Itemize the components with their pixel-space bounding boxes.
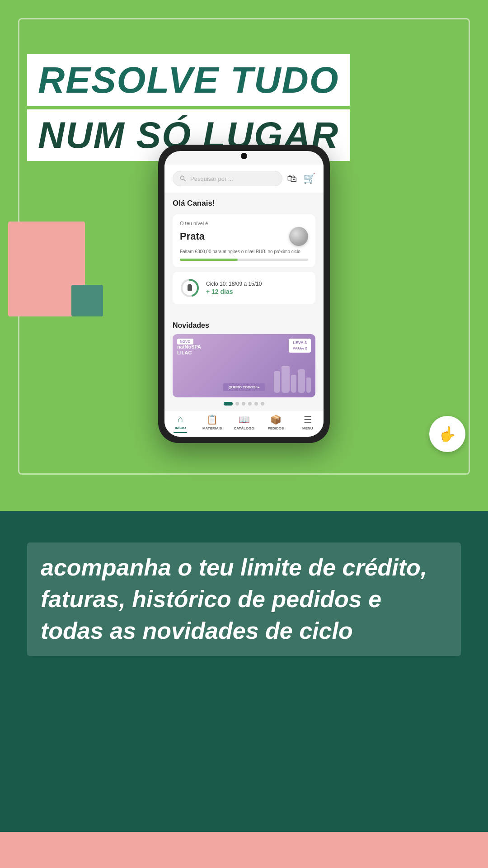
progress-bar — [180, 259, 308, 261]
nav-inicio[interactable]: ⌂ INÍCIO — [164, 414, 196, 433]
cycle-card: Ciclo 10: 18/09 a 15/10 + 12 dias — [173, 272, 315, 304]
nav-menu[interactable]: ☰ MENU — [292, 414, 324, 433]
novidades-section: Novidades NOVO natNoSPA LILAC LEVA 3PAGA… — [164, 315, 324, 410]
svg-line-1 — [184, 179, 186, 181]
cycle-days: + 12 dias — [206, 288, 308, 295]
nav-inicio-label: INÍCIO — [175, 426, 186, 430]
promo-banner[interactable]: NOVO natNoSPA LILAC LEVA 3PAGA 2 — [173, 334, 315, 397]
level-label: O teu nível é — [180, 221, 308, 226]
phone-notch — [241, 153, 247, 159]
promo-leva-badge: LEVA 3PAGA 2 — [289, 339, 311, 353]
search-placeholder: Pesquisar por ... — [190, 175, 233, 182]
click-cursor: 👆 — [429, 416, 465, 452]
wishlist-icon[interactable]: 🛍 — [287, 173, 297, 184]
home-icon: ⌂ — [178, 414, 183, 425]
teal-decoration — [71, 285, 103, 316]
headline-line1: RESOLVE TUDO — [38, 59, 339, 100]
menu-icon: ☰ — [304, 414, 312, 425]
dot-3[interactable] — [242, 402, 245, 406]
novidades-title: Novidades — [173, 321, 315, 330]
promo-brand: natNoSPA LILAC — [177, 344, 201, 356]
product-bottles — [274, 366, 311, 393]
nav-materiais[interactable]: 📋 MATERIAIS — [196, 414, 228, 433]
level-name: Prata — [180, 231, 205, 242]
app-search-bar: Pesquisar por ... 🛍 🛒 — [164, 165, 324, 193]
dot-4[interactable] — [248, 402, 252, 406]
level-badge-icon — [289, 227, 308, 246]
nav-pedidos[interactable]: 📦 PEDIDOS — [260, 414, 291, 433]
level-card: O teu nível é Prata Faltam €300,00 para … — [173, 214, 315, 267]
svg-rect-5 — [188, 284, 191, 286]
cycle-info: Ciclo 10: 18/09 a 15/10 + 12 dias — [206, 281, 308, 295]
cycle-dates: Ciclo 10: 18/09 a 15/10 — [206, 281, 308, 287]
dot-1[interactable] — [224, 402, 233, 406]
bottom-pink-accent — [0, 832, 488, 868]
cycle-icon — [180, 278, 200, 298]
nav-materiais-label: MATERIAIS — [202, 426, 222, 430]
nav-underline — [174, 432, 187, 433]
caption-text: acompanha o teu limite de crédito, fatur… — [41, 552, 447, 647]
cart-icon[interactable]: 🛒 — [303, 173, 315, 184]
bottom-section: acompanha o teu limite de crédito, fatur… — [0, 511, 488, 868]
bottom-navigation: ⌂ INÍCIO 📋 MATERIAIS 📖 CATÁLOGO 📦 — [164, 410, 324, 437]
header-icons: 🛍 🛒 — [287, 173, 315, 184]
search-icon — [179, 175, 187, 182]
caption-box: acompanha o teu limite de crédito, fatur… — [27, 542, 461, 656]
phone-mockup: Pesquisar por ... 🛍 🛒 Olá Canais! O teu … — [158, 145, 330, 443]
svg-rect-4 — [188, 285, 192, 291]
promo-button[interactable]: QUERO TODOS! ▸ — [223, 383, 265, 391]
nav-pedidos-label: PEDIDOS — [267, 426, 284, 430]
catalogo-icon: 📖 — [239, 414, 250, 425]
nav-catalogo-label: CATÁLOGO — [234, 426, 254, 430]
nav-menu-label: MENU — [302, 426, 313, 430]
greeting: Olá Canais! — [173, 199, 315, 208]
materiais-icon: 📋 — [206, 414, 218, 425]
progress-fill — [180, 259, 238, 261]
cursor-icon: 👆 — [438, 425, 456, 443]
pedidos-icon: 📦 — [270, 414, 282, 425]
dot-6[interactable] — [261, 402, 264, 406]
svg-point-0 — [180, 176, 184, 179]
app-content: Olá Canais! O teu nível é Prata Faltam €… — [164, 193, 324, 315]
dot-2[interactable] — [235, 402, 239, 406]
search-input-box[interactable]: Pesquisar por ... — [173, 171, 282, 186]
dot-5[interactable] — [254, 402, 258, 406]
top-section: RESOLVE TUDO NUM SÓ LUGAR Pesquisar por … — [0, 0, 488, 511]
carousel-dots — [173, 397, 315, 410]
level-description: Faltam €300,00 para atingires o nível RU… — [180, 249, 308, 255]
phone-screen: Pesquisar por ... 🛍 🛒 Olá Canais! O teu … — [164, 151, 324, 437]
nav-catalogo[interactable]: 📖 CATÁLOGO — [228, 414, 260, 433]
